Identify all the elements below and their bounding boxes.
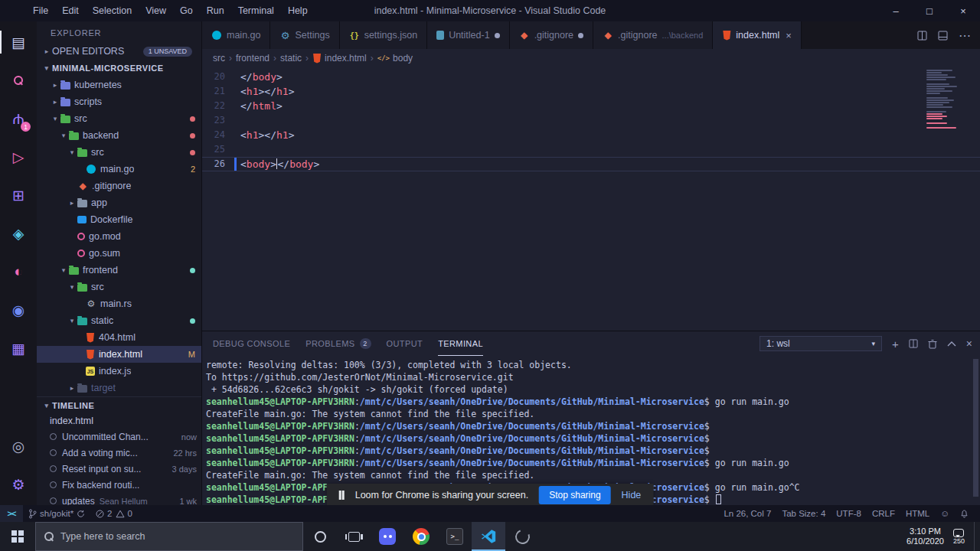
remote-explorer-icon[interactable]: ◈ [0, 214, 37, 253]
code-line-22[interactable]: 22</html> [202, 99, 980, 113]
status-eol[interactable]: CRLF [867, 505, 900, 522]
taskbar-cortana-icon[interactable] [303, 522, 337, 551]
split-terminal-icon[interactable] [909, 339, 918, 348]
status-tab-size[interactable]: Tab Size: 4 [776, 505, 831, 522]
close-button[interactable]: × [946, 0, 980, 21]
tab-main-go[interactable]: main.go [202, 21, 270, 49]
folder-backend[interactable]: ▾backend [37, 127, 201, 144]
split-editor-icon[interactable] [917, 31, 927, 41]
taskbar-terminal-icon[interactable]: >_ [438, 522, 472, 551]
code-line-24[interactable]: 24<h1></h1> [202, 128, 980, 142]
taskbar-clock[interactable]: 3:10 PM 6/10/2020 [906, 527, 944, 546]
maximize-button[interactable]: □ [913, 0, 946, 21]
search-icon[interactable] [0, 61, 37, 99]
menu-edit[interactable]: Edit [55, 0, 86, 21]
maximize-panel-icon[interactable] [947, 341, 956, 347]
taskbar-vscode-icon[interactable] [472, 522, 505, 551]
timeline-item[interactable]: Uncommitted Chan...now [37, 429, 201, 445]
folder-static[interactable]: ▾static [37, 312, 201, 329]
customize-layout-icon[interactable] [938, 31, 948, 41]
folder-src[interactable]: ▾src [37, 144, 201, 161]
terminal-output[interactable]: remote: Resolving deltas: 100% (3/3), co… [202, 356, 980, 505]
file-go-mod[interactable]: go.mod [37, 228, 201, 245]
tab-settings-json[interactable]: {}settings.json [340, 21, 427, 49]
status-cursor-position[interactable]: Ln 26, Col 7 [718, 505, 776, 522]
code-line-20[interactable]: 20</body> [202, 70, 980, 84]
breadcrumb-body[interactable]: </>body [377, 53, 413, 64]
code-editor[interactable]: 20</body>21<h1></h1>22</html>2324<h1></h… [202, 67, 980, 331]
folder-src[interactable]: ▾src [37, 279, 201, 295]
breadcrumb-src[interactable]: src [213, 53, 225, 64]
terminal-shell-select[interactable]: 1: wsl ▾ [760, 336, 882, 351]
folder-target[interactable]: ▸target [37, 380, 201, 396]
explorer-icon[interactable]: ▤ [0, 23, 37, 61]
file-main-go[interactable]: main.go2 [37, 161, 201, 178]
folder-frontend[interactable]: ▾frontend [37, 262, 201, 279]
code-line-21[interactable]: 21<h1></h1> [202, 84, 980, 99]
timeline-item[interactable]: Add a voting mic...22 hrs [37, 445, 201, 461]
start-button[interactable] [0, 522, 35, 551]
menu-help[interactable]: Help [281, 0, 315, 21]
close-panel-icon[interactable]: × [966, 337, 972, 350]
code-line-23[interactable]: 23 [202, 113, 980, 128]
breadcrumb-frontend[interactable]: frontend [236, 53, 270, 64]
minimap[interactable] [923, 69, 969, 129]
run-debug-icon[interactable]: ▷ [0, 138, 37, 176]
settings-icon[interactable]: ⚙ [0, 465, 37, 504]
file-index-js[interactable]: JSindex.js [37, 363, 201, 380]
file-dockerfile[interactable]: Dockerfile [37, 211, 201, 228]
folder-app[interactable]: ▸app [37, 194, 201, 211]
menu-selection[interactable]: Selection [86, 0, 139, 21]
menu-run[interactable]: Run [200, 0, 231, 21]
workspace-root-header[interactable]: ▾ MINIMAL-MICROSERVICE [37, 60, 201, 77]
file-main-rs[interactable]: ⚙main.rs [37, 295, 201, 312]
file-gitignore[interactable]: ◆.gitignore [37, 178, 201, 194]
taskbar-loading-icon[interactable] [505, 522, 539, 551]
taskbar-task-view-icon[interactable] [337, 522, 371, 551]
panel-tab-problems[interactable]: PROBLEMS2 [305, 331, 371, 356]
git-branch-status[interactable]: sh/gokit* [23, 505, 90, 522]
tab-gitignore[interactable]: ◆.gitignore [510, 21, 593, 49]
tab-settings[interactable]: ⚙Settings [270, 21, 339, 49]
feedback-smiley-icon[interactable]: ☺ [935, 505, 955, 522]
tab-gitignore-backend[interactable]: ◆.gitignore...\backend [593, 21, 713, 49]
folder-kubernetes[interactable]: ▸kubernetes [37, 77, 201, 93]
menu-go[interactable]: Go [173, 0, 200, 21]
file-404-html[interactable]: 404.html [37, 329, 201, 346]
status-encoding[interactable]: UTF-8 [831, 505, 867, 522]
timeline-item[interactable]: updatesSean Hellum1 wk [37, 493, 201, 505]
panel-tab-terminal[interactable]: TERMINAL [438, 331, 483, 356]
show-desktop-button[interactable] [974, 522, 978, 551]
tab-untitled-1[interactable]: Untitled-1 [427, 21, 510, 49]
more-actions-icon[interactable]: ⋯ [959, 28, 971, 43]
docker-icon[interactable]: ◉ [0, 291, 37, 329]
panel-tab-debug-console[interactable]: DEBUG CONSOLE [213, 331, 290, 356]
timeline-header[interactable]: ▾ TIMELINE [37, 396, 201, 413]
extensions-icon[interactable]: ⊞ [0, 176, 37, 214]
source-control-icon[interactable]: Ψ1 [0, 99, 37, 138]
remote-indicator[interactable]: >< [0, 505, 23, 522]
accounts-icon[interactable]: ◎ [0, 427, 37, 465]
code-line-25[interactable]: 25 [202, 142, 980, 157]
taskbar-search[interactable]: Type here to search [35, 522, 303, 551]
open-editors-header[interactable]: ▸ OPEN EDITORS 1 UNSAVED [37, 43, 201, 60]
panel-tab-output[interactable]: OUTPUT [387, 331, 423, 356]
code-line-26[interactable]: 26<body></body> [202, 157, 980, 171]
problems-status[interactable]: 2 0 [90, 505, 138, 522]
notification-center[interactable]: 250 [953, 529, 965, 545]
notifications-bell-icon[interactable] [955, 505, 974, 522]
minimize-button[interactable]: – [879, 0, 913, 21]
tab-index-html[interactable]: index.html× [713, 21, 802, 49]
menu-file[interactable]: File [26, 0, 55, 21]
taskbar-chrome-icon[interactable] [404, 522, 438, 551]
terminal-scrollbar[interactable] [973, 359, 978, 497]
hide-button[interactable]: Hide [622, 490, 642, 500]
test-icon[interactable]: ◐ [0, 253, 37, 291]
kubernetes-icon[interactable]: ▦ [0, 329, 37, 367]
menu-view[interactable]: View [139, 0, 173, 21]
folder-scripts[interactable]: ▸scripts [37, 93, 201, 110]
new-terminal-icon[interactable]: + [892, 337, 899, 350]
folder-src[interactable]: ▾src [37, 110, 201, 127]
menu-terminal[interactable]: Terminal [231, 0, 281, 21]
timeline-item[interactable]: Reset input on su...3 days [37, 461, 201, 477]
